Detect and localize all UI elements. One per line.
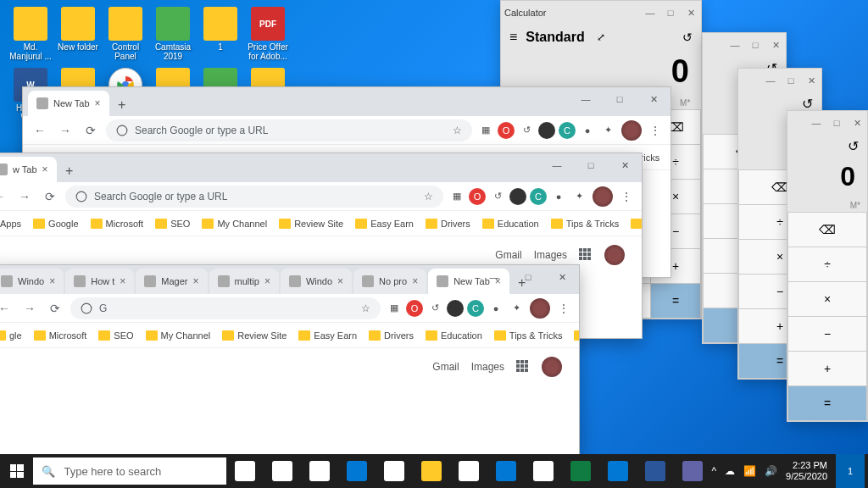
bookmark-star-icon[interactable]: ☆: [424, 191, 433, 202]
taskbar-app-excel[interactable]: [562, 454, 599, 488]
bookmark-item[interactable]: Microsoft: [91, 219, 144, 229]
taskbar-app-mail[interactable]: [487, 454, 525, 488]
action-center-button[interactable]: 1: [836, 454, 865, 488]
calc-key[interactable]: ×: [788, 282, 866, 316]
desktop-icon[interactable]: Md. Manjurul ...: [7, 7, 54, 61]
onedrive-icon[interactable]: ☁: [725, 465, 735, 477]
new-tab-button[interactable]: +: [58, 160, 81, 182]
calc-titlebar[interactable]: —□✕: [738, 69, 821, 92]
back-button[interactable]: ←: [0, 186, 9, 207]
minimize-button[interactable]: —: [810, 118, 823, 129]
browser-tab[interactable]: multip×: [209, 269, 279, 294]
bookmark-item[interactable]: Google: [33, 219, 78, 229]
close-button[interactable]: ✕: [850, 118, 864, 129]
google-apps-icon[interactable]: [579, 248, 593, 262]
profile-avatar[interactable]: [604, 245, 625, 265]
extension-icon[interactable]: [509, 188, 526, 205]
calc-key[interactable]: ⌫: [788, 213, 866, 247]
header-link[interactable]: Gmail: [432, 361, 459, 373]
taskbar-app-cortana[interactable]: [226, 454, 264, 488]
close-button[interactable]: ✕: [545, 265, 579, 289]
taskbar-app-photos[interactable]: [599, 454, 637, 488]
bookmark-item[interactable]: Easy Earn: [355, 219, 414, 229]
extensions-menu-icon[interactable]: ✦: [570, 188, 587, 205]
taskbar-app-taskview[interactable]: [264, 454, 301, 488]
minimize-button[interactable]: —: [764, 75, 777, 86]
history-icon[interactable]: ↺: [682, 30, 693, 44]
new-tab-button[interactable]: +: [111, 94, 133, 116]
desktop-icon[interactable]: Control Panel: [102, 7, 149, 61]
desktop-icon[interactable]: New folder: [54, 7, 102, 61]
bookmark-item[interactable]: Channel: [574, 330, 579, 341]
bookmark-item[interactable]: My Channel: [202, 219, 267, 229]
bookmark-item[interactable]: Education: [482, 219, 539, 229]
minimize-button[interactable]: —: [477, 265, 511, 289]
bookmark-item[interactable]: SEO: [98, 330, 133, 341]
extension-icon[interactable]: ●: [579, 122, 596, 139]
header-link[interactable]: Images: [534, 249, 567, 261]
bookmark-item[interactable]: Drivers: [426, 219, 470, 229]
reload-button[interactable]: ⟳: [45, 298, 65, 319]
minimize-button[interactable]: —: [569, 87, 603, 111]
extensions-menu-icon[interactable]: ✦: [508, 300, 525, 317]
google-apps-icon[interactable]: [516, 360, 530, 374]
forward-button[interactable]: →: [55, 120, 75, 141]
history-icon[interactable]: ↺: [802, 97, 813, 111]
chrome-menu-button[interactable]: ⋮: [647, 124, 664, 137]
extension-icon[interactable]: ↺: [489, 188, 506, 205]
extension-icon[interactable]: [538, 122, 555, 139]
taskbar-clock[interactable]: 2:23 PM 9/25/2020: [786, 460, 827, 482]
browser-tab[interactable]: w Tab×: [0, 157, 57, 182]
browser-tab[interactable]: No pro×: [353, 269, 426, 294]
maximize-button[interactable]: □: [574, 153, 608, 177]
address-bar[interactable]: Search Google or type a URL ☆: [65, 186, 443, 208]
chrome-menu-button[interactable]: ⋮: [555, 302, 572, 315]
maximize-button[interactable]: □: [830, 118, 843, 129]
extension-icon[interactable]: ↺: [426, 300, 443, 317]
bookmark-item[interactable]: My Channel: [146, 330, 211, 341]
extension-icon[interactable]: O: [406, 300, 423, 317]
browser-tab[interactable]: Windo×: [281, 269, 352, 294]
bookmark-item[interactable]: gle: [0, 330, 22, 341]
extension-icon[interactable]: C: [559, 122, 576, 139]
close-button[interactable]: ✕: [608, 153, 642, 177]
mem-button[interactable]: M*: [680, 98, 690, 108]
extension-icon[interactable]: [447, 300, 464, 317]
bookmark-item[interactable]: Drivers: [369, 330, 414, 341]
extension-icon[interactable]: ●: [550, 188, 567, 205]
calc-titlebar[interactable]: Calculator—□✕: [501, 1, 701, 25]
tab-close-icon[interactable]: ×: [42, 164, 48, 175]
extension-icon[interactable]: ▦: [477, 122, 494, 139]
bookmark-item[interactable]: Tips & Tricks: [551, 219, 620, 229]
reload-button[interactable]: ⟳: [81, 120, 101, 141]
chrome-menu-button[interactable]: ⋮: [618, 190, 635, 203]
maximize-button[interactable]: □: [511, 265, 545, 289]
calc-titlebar[interactable]: —□✕: [703, 33, 786, 57]
bookmark-item[interactable]: ⊞Apps: [0, 218, 21, 229]
taskbar-app-chrome[interactable]: [376, 454, 413, 488]
calc-key[interactable]: =: [788, 386, 866, 420]
tab-close-icon[interactable]: ×: [49, 275, 55, 287]
tab-close-icon[interactable]: ×: [120, 275, 125, 287]
taskbar-app-word[interactable]: [637, 454, 674, 488]
address-bar[interactable]: Search Google or type a URL ☆: [106, 119, 472, 141]
calc-key[interactable]: −: [788, 317, 866, 351]
extension-icon[interactable]: ▦: [448, 188, 465, 205]
tray-chevron-icon[interactable]: ^: [711, 465, 716, 477]
browser-tab[interactable]: New Tab×: [28, 91, 109, 116]
bookmark-item[interactable]: Channel: [631, 219, 642, 229]
profile-button[interactable]: [621, 120, 642, 141]
desktop-icon[interactable]: PDFPrice Offer for Adob...: [244, 7, 292, 61]
bookmark-item[interactable]: Easy Earn: [298, 330, 357, 341]
calc-key[interactable]: ÷: [788, 247, 866, 281]
tab-close-icon[interactable]: ×: [264, 275, 270, 287]
mem-button[interactable]: M*: [850, 201, 860, 210]
bookmark-item[interactable]: Review Site: [222, 330, 287, 341]
close-button[interactable]: ✕: [769, 40, 782, 51]
extension-icon[interactable]: C: [530, 188, 547, 205]
calc-titlebar[interactable]: —□✕: [787, 111, 867, 135]
bookmark-star-icon[interactable]: ☆: [453, 125, 462, 136]
start-button[interactable]: [0, 454, 33, 488]
calc-key[interactable]: =: [651, 284, 700, 318]
volume-icon[interactable]: 🔊: [765, 465, 777, 477]
